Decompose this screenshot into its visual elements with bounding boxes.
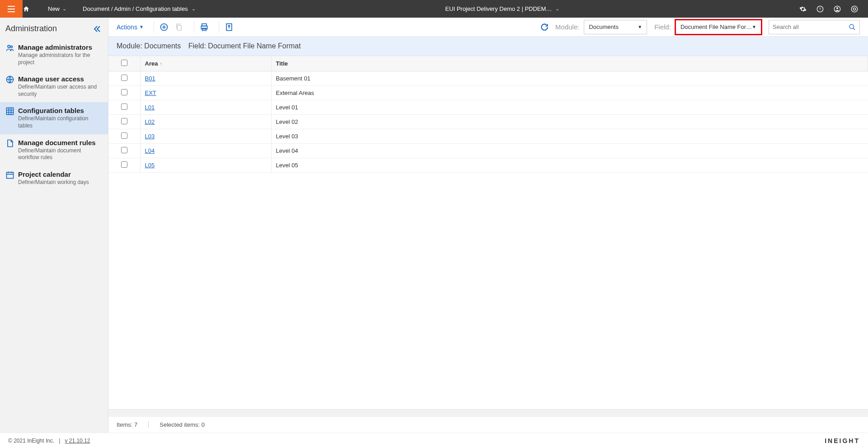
user-button[interactable]: [834, 5, 851, 13]
area-link[interactable]: L02: [145, 118, 155, 125]
top-bar: New ⌄ Document / Admin / Configuration t…: [0, 0, 868, 18]
area-link[interactable]: B01: [145, 75, 155, 82]
sidebar-item-project-calendar[interactable]: Project calendar Define/Maintain working…: [0, 166, 108, 191]
version-link[interactable]: v 21.10.12: [65, 438, 90, 444]
collapse-sidebar-button[interactable]: [94, 26, 101, 32]
nav-title: Manage administrators: [18, 43, 103, 51]
nav-title: Configuration tables: [18, 107, 103, 114]
hamburger-menu[interactable]: [0, 0, 23, 18]
caret-down-icon: ▼: [752, 24, 756, 29]
svg-rect-0: [8, 6, 15, 7]
nav-desc: Define/Maintain user access and security: [18, 84, 103, 98]
toolbar: Actions ▼ Module: Doc: [108, 18, 868, 37]
module-label: Module:: [555, 23, 579, 31]
svg-point-8: [853, 8, 855, 10]
nav-desc: Define/Maintain document workflow rules: [18, 147, 103, 161]
search-input[interactable]: [773, 24, 849, 30]
sub-header: Module: Documents Field: Document File N…: [108, 37, 868, 56]
svg-rect-15: [177, 25, 181, 30]
sidebar-item-manage-user-access[interactable]: Manage user access Define/Maintain user …: [0, 71, 108, 102]
status-items: Items: 7: [117, 421, 137, 428]
header-check[interactable]: [108, 56, 140, 71]
svg-rect-12: [7, 108, 14, 115]
config-table: Area↑ Title B01Basement 01EXTExternal Ar…: [108, 56, 868, 173]
row-checkbox[interactable]: [121, 75, 127, 81]
nav-title: Manage user access: [18, 75, 103, 83]
main: Actions ▼ Module: Doc: [108, 18, 868, 433]
help-button[interactable]: ?: [816, 5, 834, 13]
project-name: EUI Project Delivery Demo 2 | PDDEM…: [445, 5, 552, 12]
add-button[interactable]: [160, 23, 173, 32]
brand-logo: INEIGHT: [825, 437, 860, 444]
table-row[interactable]: L02Level 02: [108, 115, 868, 129]
copyright: © 2021 InEight Inc.: [8, 438, 54, 444]
new-menu[interactable]: New ⌄: [42, 5, 73, 12]
subhead-field: Field: Document File Name Format: [188, 42, 301, 50]
svg-point-6: [836, 7, 838, 9]
header-area[interactable]: Area↑: [140, 56, 271, 71]
title-cell: Level 04: [271, 144, 868, 158]
row-checkbox[interactable]: [121, 89, 127, 95]
home-button[interactable]: [23, 5, 42, 13]
document-icon: [5, 139, 14, 161]
select-all-checkbox[interactable]: [121, 60, 127, 66]
table-wrap: Area↑ Title B01Basement 01EXTExternal Ar…: [108, 56, 868, 409]
row-checkbox[interactable]: [121, 132, 127, 139]
users-icon: [5, 43, 14, 66]
table-row[interactable]: EXTExternal Areas: [108, 86, 868, 100]
chevron-down-icon: ⌄: [192, 6, 196, 12]
nav-title: Project calendar: [18, 170, 89, 178]
footer: © 2021 InEight Inc. | v 21.10.12 INEIGHT: [0, 433, 868, 448]
area-link[interactable]: L04: [145, 147, 155, 154]
table-row[interactable]: L03Level 03: [108, 129, 868, 144]
actions-label: Actions: [117, 24, 137, 31]
row-checkbox[interactable]: [121, 147, 127, 153]
chevron-down-icon: ⌄: [555, 6, 559, 12]
row-checkbox[interactable]: [121, 118, 127, 124]
print-button[interactable]: [200, 23, 213, 32]
row-checkbox[interactable]: [121, 104, 127, 110]
area-link[interactable]: EXT: [145, 90, 156, 96]
svg-point-10: [10, 46, 12, 47]
field-label: Field:: [654, 23, 671, 31]
sidebar-item-manage-administrators[interactable]: Manage administrators Manage administrat…: [0, 39, 108, 71]
copy-button[interactable]: [175, 23, 188, 31]
actions-menu[interactable]: Actions ▼: [117, 24, 148, 31]
table-row[interactable]: L01Level 01: [108, 100, 868, 115]
sidebar-item-configuration-tables[interactable]: Configuration tables Define/Maintain con…: [0, 102, 108, 134]
svg-text:?: ?: [819, 7, 821, 11]
breadcrumb[interactable]: Document / Admin / Configuration tables …: [73, 5, 206, 12]
horizontal-scrollbar[interactable]: [108, 409, 868, 416]
table-row[interactable]: L04Level 04: [108, 144, 868, 158]
globe-icon: [5, 75, 14, 98]
search-icon: [849, 24, 856, 31]
field-select[interactable]: Document File Name For… ▼: [676, 20, 761, 34]
row-checkbox[interactable]: [121, 161, 127, 168]
header-title[interactable]: Title: [271, 56, 868, 71]
table-row[interactable]: B01Basement 01: [108, 71, 868, 86]
sidebar-item-manage-document-rules[interactable]: Manage document rules Define/Maintain do…: [0, 134, 108, 166]
title-cell: External Areas: [271, 86, 868, 100]
grid-icon: [5, 107, 14, 129]
svg-rect-1: [8, 9, 15, 9]
sort-asc-icon: ↑: [160, 61, 162, 66]
search-box[interactable]: [769, 20, 860, 34]
refresh-button[interactable]: [540, 23, 554, 32]
export-button[interactable]: [225, 23, 238, 32]
svg-point-7: [851, 6, 857, 12]
table-row[interactable]: L05Level 05: [108, 158, 868, 173]
power-button[interactable]: [851, 5, 868, 13]
project-selector[interactable]: EUI Project Delivery Demo 2 | PDDEM… ⌄: [206, 5, 799, 12]
area-link[interactable]: L03: [145, 133, 155, 140]
title-cell: Basement 01: [271, 71, 868, 86]
svg-rect-2: [8, 11, 15, 12]
nav-desc: Manage administrators for the project: [18, 52, 103, 66]
sidebar: Administration Manage administrators Man…: [0, 18, 108, 433]
area-link[interactable]: L01: [145, 104, 155, 111]
module-value: Documents: [589, 24, 619, 30]
module-select[interactable]: Documents ▼: [584, 20, 647, 34]
title-cell: Level 05: [271, 158, 868, 173]
settings-button[interactable]: [799, 5, 816, 13]
area-link[interactable]: L05: [145, 162, 155, 169]
title-cell: Level 02: [271, 115, 868, 129]
